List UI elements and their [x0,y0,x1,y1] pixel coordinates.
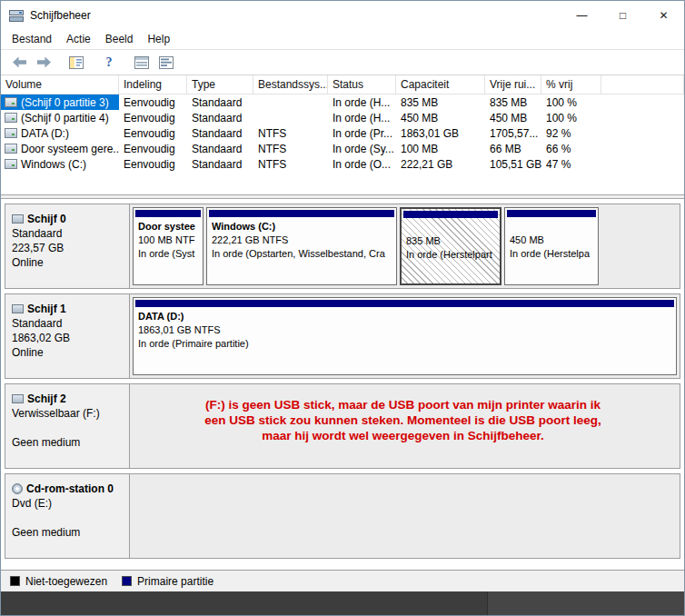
capacity-cell: 222,21 GB [396,156,485,172]
volume-label: (Schijf 0 partitie 3) [21,96,109,109]
unallocated-color-swatch [10,576,20,586]
status-cell: In orde (H... [328,110,396,125]
disk-size: 1863,02 GB [12,331,124,345]
legend-item-primary: Primaire partitie [122,575,213,588]
disk-type: Standaard [12,226,124,241]
disk-info-panel[interactable]: Schijf 0 Standaard 223,57 GB Online [5,204,130,288]
disk-media-area: Door systee 100 MB NTF In orde (Syst Win… [130,204,680,288]
partition-size: 835 MB [406,234,497,248]
disk-row-schijf-0: Schijf 0 Standaard 223,57 GB Online Door… [5,204,680,289]
console-tree-icon[interactable] [65,53,87,73]
status-cell: In orde (O... [328,156,396,172]
status-strip-left [1,591,488,615]
status-cell: In orde (Sy... [328,141,396,156]
disk-info-panel[interactable]: Cd-rom-station 0 Dvd (E:) Geen medium [5,474,130,558]
column-header-pct-vrij[interactable]: % vrij [541,75,601,94]
menu-beeld[interactable]: Beeld [98,30,141,48]
help-icon[interactable]: ? [98,53,120,73]
actions-icon[interactable] [155,53,177,73]
partition-block-recovery-450mb[interactable]: 450 MB In orde (Herstelpa [504,207,599,285]
title-bar: Schijfbeheer — □ ✕ [1,1,684,29]
indeling-cell: Eenvoudig [119,141,187,156]
filler-cell [601,110,684,125]
free-space-cell: 450 MB [485,110,541,125]
column-header-type[interactable]: Type [187,75,253,94]
disk-status: Geen medium [12,435,124,450]
close-button[interactable]: ✕ [643,1,684,29]
primary-partition-strip [403,211,498,218]
table-row[interactable]: Windows (C:) Eenvoudig Standaard NTFS In… [1,156,684,172]
disk-status: Online [12,345,124,360]
column-header-volume[interactable]: Volume [1,75,119,94]
disk-list-icon[interactable] [131,53,153,73]
graphical-view: Schijf 0 Standaard 223,57 GB Online Door… [1,199,684,570]
column-header-vrije-ruimte[interactable]: Vrije rui... [485,75,541,94]
fs-cell: NTFS [253,156,328,172]
status-strip-right [488,591,684,615]
partition-name: Windows (C:) [212,220,393,233]
maximize-button[interactable]: □ [602,1,643,29]
volume-cell[interactable]: Windows (C:) [1,156,119,172]
annotation-line: maar hij wordt wel weergegeven in Schijf… [130,428,676,443]
table-row[interactable]: (Schijf 0 partitie 3) Eenvoudig Standaar… [1,94,684,110]
legend-item-unallocated: Niet-toegewezen [10,575,107,588]
partition-name: DATA (D:) [138,310,673,323]
minimize-button[interactable]: — [561,1,602,29]
legend-label: Niet-toegewezen [25,575,107,588]
primary-partition-strip [507,210,596,217]
type-cell: Standaard [187,94,253,110]
volume-cell[interactable]: Door systeem gere... [1,141,119,156]
table-row[interactable]: Door systeem gere... Eenvoudig Standaard… [1,141,684,156]
partition-block-system-reserved[interactable]: Door systee 100 MB NTF In orde (Syst [133,207,204,285]
removable-disk-icon [12,394,24,403]
volume-cell[interactable]: DATA (D:) [1,125,119,141]
volume-cell-selected[interactable]: (Schijf 0 partitie 3) [1,94,119,110]
capacity-cell: 1863,01 GB [396,125,485,141]
table-row[interactable]: DATA (D:) Eenvoudig Standaard NTFS In or… [1,125,684,141]
primary-partition-strip [209,210,394,217]
menu-actie[interactable]: Actie [59,30,98,48]
disk-size [12,421,124,435]
menu-bar: Bestand Actie Beeld Help [1,29,684,49]
menu-bestand[interactable]: Bestand [5,30,59,48]
volume-label: Door systeem gere... [21,143,119,155]
disk-size: 223,57 GB [12,241,124,255]
column-header-indeling[interactable]: Indeling [119,75,187,94]
disk-media-area: DATA (D:) 1863,01 GB NTFS In orde (Prima… [130,294,680,378]
partition-size: 1863,01 GB NTFS [138,323,673,337]
fs-cell [253,94,328,110]
indeling-cell: Eenvoudig [119,110,187,125]
pct-free-cell: 66 % [541,141,601,156]
cdrom-icon [12,483,23,494]
back-icon[interactable] [8,53,30,73]
disk-info-panel[interactable]: Schijf 1 Standaard 1863,02 GB Online [5,294,130,378]
volume-list-header: Volume Indeling Type Bestandssys... Stat… [1,75,684,94]
column-header-bestandssysteem[interactable]: Bestandssys... [253,75,328,94]
partition-block-windows-c[interactable]: Windows (C:) 222,21 GB NTFS In orde (Ops… [206,207,397,285]
volume-cell[interactable]: (Schijf 0 partitie 4) [1,110,119,125]
disk-size [12,511,124,525]
disk-type: Verwisselbaar (F:) [12,406,124,421]
disk-icon [12,304,24,313]
table-row[interactable]: (Schijf 0 partitie 4) Eenvoudig Standaar… [1,110,684,125]
column-header-capaciteit[interactable]: Capaciteit [396,75,485,94]
caption-buttons: — □ ✕ [561,1,684,29]
disk-status: Online [12,255,124,270]
disk-row-cdrom-0: Cd-rom-station 0 Dvd (E:) Geen medium [5,473,680,559]
type-cell: Standaard [187,125,253,141]
column-header-status[interactable]: Status [328,75,396,94]
partition-status: In orde (Opstarten, Wisselbestand, Cra [212,247,393,261]
app-icon [9,8,24,23]
disk-media-area [130,474,680,558]
disk-media-area: (F:) is geen USB stick, maar de USB poor… [130,384,680,468]
free-space-cell: 835 MB [485,94,541,110]
disk-info-panel[interactable]: Schijf 2 Verwisselbaar (F:) Geen medium [5,384,130,468]
partition-block-recovery-835mb-selected[interactable]: 835 MB In orde (Herstelpart [400,207,501,285]
menu-help[interactable]: Help [140,30,177,48]
disk-management-window: Schijfbeheer — □ ✕ Bestand Actie Beeld H… [0,0,685,616]
partition-block-data-d[interactable]: DATA (D:) 1863,01 GB NTFS In orde (Prima… [133,297,677,375]
forward-icon[interactable] [33,53,55,73]
partition-status: In orde (Primaire partitie) [138,337,673,351]
filler-cell [601,125,684,141]
disk-name: Schijf 1 [27,302,66,316]
